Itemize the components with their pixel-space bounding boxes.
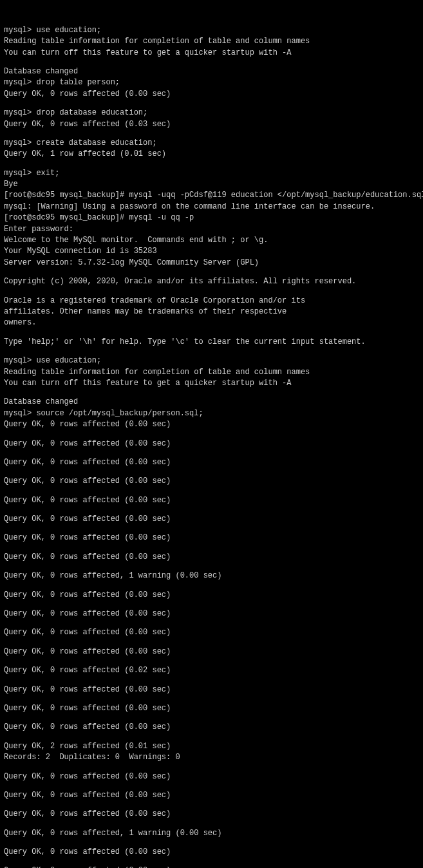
- terminal-line: Query OK, 0 rows affected (0.00 sec): [4, 609, 419, 619]
- terminal-line: Query OK, 0 rows affected (0.00 sec): [4, 722, 419, 733]
- terminal-line: [4, 657, 419, 665]
- terminal-line: Reading table information for completion…: [4, 367, 419, 378]
- terminal-line: [4, 348, 419, 355]
- terminal-line: Query OK, 0 rows affected (0.00 sec): [4, 476, 419, 487]
- terminal-line: mysql> source /opt/mysql_backup/person.s…: [4, 408, 419, 419]
- terminal-line: [4, 563, 419, 571]
- terminal-line: Query OK, 0 rows affected (0.00 sec): [4, 439, 419, 449]
- terminal-line: [4, 288, 419, 296]
- terminal-line: [4, 695, 419, 703]
- terminal-line: mysql> drop database education;: [4, 108, 419, 118]
- terminal-line: Query OK, 0 rows affected (0.00 sec): [4, 627, 419, 638]
- terminal-line: [4, 639, 419, 646]
- terminal-line: [4, 160, 419, 168]
- terminal-line: [4, 733, 419, 741]
- terminal-line: Database changed: [4, 66, 419, 77]
- terminal-line: Server version: 5.7.32-log MySQL Communi…: [4, 258, 419, 269]
- terminal-line: [4, 468, 419, 476]
- terminal-line: owners.: [4, 317, 419, 328]
- terminal-line: Your MySQL connection id is 35283: [4, 246, 419, 257]
- terminal-line: [4, 431, 419, 439]
- terminal-line: Reading table information for completion…: [4, 36, 419, 47]
- terminal-line: Query OK, 0 rows affected (0.00 sec): [4, 495, 419, 506]
- terminal-line: Query OK, 0 rows affected (0.00 sec): [4, 514, 419, 525]
- terminal-line: Query OK, 0 rows affected (0.00 sec): [4, 552, 419, 563]
- terminal-line: [4, 389, 419, 397]
- terminal-line: [4, 619, 419, 627]
- terminal-line: Oracle is a registered trademark of Orac…: [4, 296, 419, 307]
- terminal-line: mysql> use education;: [4, 355, 419, 366]
- terminal-line: Query OK, 0 rows affected (0.00 sec): [4, 865, 419, 868]
- terminal-line: You can turn off this feature to get a q…: [4, 48, 419, 59]
- terminal-line: [root@sdc95 mysql_backup]# mysql -uqq -p…: [4, 190, 419, 201]
- terminal-line: mysql: [Warning] Using a password on the…: [4, 202, 419, 212]
- terminal-line: Query OK, 0 rows affected (0.00 sec): [4, 646, 419, 657]
- terminal-line: Type 'help;' or '\h' for help. Type '\c'…: [4, 337, 419, 348]
- terminal-line: [4, 506, 419, 514]
- terminal-line: Query OK, 0 rows affected (0.00 sec): [4, 847, 419, 858]
- terminal-line: [4, 269, 419, 276]
- terminal-line: Query OK, 0 rows affected (0.00 sec): [4, 533, 419, 543]
- terminal-line: [4, 487, 419, 495]
- terminal-line: [4, 764, 419, 771]
- terminal-line: mysql> drop table person;: [4, 77, 419, 88]
- terminal-line: Query OK, 0 rows affected (0.00 sec): [4, 590, 419, 601]
- terminal-line: [4, 714, 419, 722]
- terminal-line: Query OK, 0 rows affected (0.00 sec): [4, 790, 419, 801]
- terminal-line: Query OK, 0 rows affected (0.00 sec): [4, 457, 419, 468]
- terminal-line: mysql> create database education;: [4, 138, 419, 149]
- terminal-line: [root@sdc95 mysql_backup]# mysql -u qq -…: [4, 212, 419, 223]
- terminal-line: Query OK, 0 rows affected (0.00 sec): [4, 809, 419, 820]
- terminal-line: [4, 782, 419, 790]
- terminal-line: Query OK, 2 rows affected (0.01 sec): [4, 741, 419, 752]
- terminal-line: Records: 2 Duplicates: 0 Warnings: 0: [4, 752, 419, 763]
- terminal-line: Query OK, 1 row affected (0.01 sec): [4, 149, 419, 160]
- terminal-line: Bye: [4, 179, 419, 190]
- terminal-line: Query OK, 0 rows affected, 1 warning (0.…: [4, 571, 419, 581]
- terminal-line: Query OK, 0 rows affected (0.00 sec): [4, 684, 419, 695]
- terminal-line: Welcome to the MySQL monitor. Commands e…: [4, 235, 419, 246]
- terminal-line: Query OK, 0 rows affected (0.00 sec): [4, 89, 419, 100]
- terminal-line: You can turn off this feature to get a q…: [4, 378, 419, 389]
- terminal-line: [4, 858, 419, 865]
- terminal-line: [4, 449, 419, 457]
- terminal-line: affiliates. Other names may be trademark…: [4, 307, 419, 317]
- terminal-line: [4, 329, 419, 337]
- terminal-line: Query OK, 0 rows affected, 1 warning (0.…: [4, 828, 419, 839]
- terminal-line: Query OK, 0 rows affected (0.02 sec): [4, 665, 419, 676]
- terminal-line: mysql> exit;: [4, 168, 419, 179]
- terminal-line: [4, 820, 419, 828]
- terminal-window[interactable]: mysql> use education;Reading table infor…: [0, 0, 423, 868]
- terminal-line: mysql> use education;: [4, 25, 419, 36]
- terminal-line: [4, 130, 419, 138]
- terminal-line: Query OK, 0 rows affected (0.00 sec): [4, 703, 419, 714]
- terminal-line: Query OK, 0 rows affected (0.00 sec): [4, 419, 419, 430]
- terminal-line: Database changed: [4, 397, 419, 408]
- terminal-line: Enter password:: [4, 224, 419, 235]
- terminal-line: [4, 100, 419, 108]
- terminal-output: mysql> use education;Reading table infor…: [4, 25, 419, 868]
- terminal-line: Query OK, 0 rows affected (0.00 sec): [4, 771, 419, 782]
- terminal-line: [4, 582, 419, 590]
- terminal-line: Query OK, 0 rows affected (0.03 sec): [4, 119, 419, 130]
- terminal-line: Copyright (c) 2000, 2020, Oracle and/or …: [4, 276, 419, 287]
- terminal-line: [4, 544, 419, 552]
- terminal-line: [4, 59, 419, 66]
- terminal-line: [4, 601, 419, 609]
- terminal-line: [4, 801, 419, 809]
- terminal-line: [4, 525, 419, 533]
- terminal-line: [4, 839, 419, 847]
- terminal-line: [4, 677, 419, 684]
